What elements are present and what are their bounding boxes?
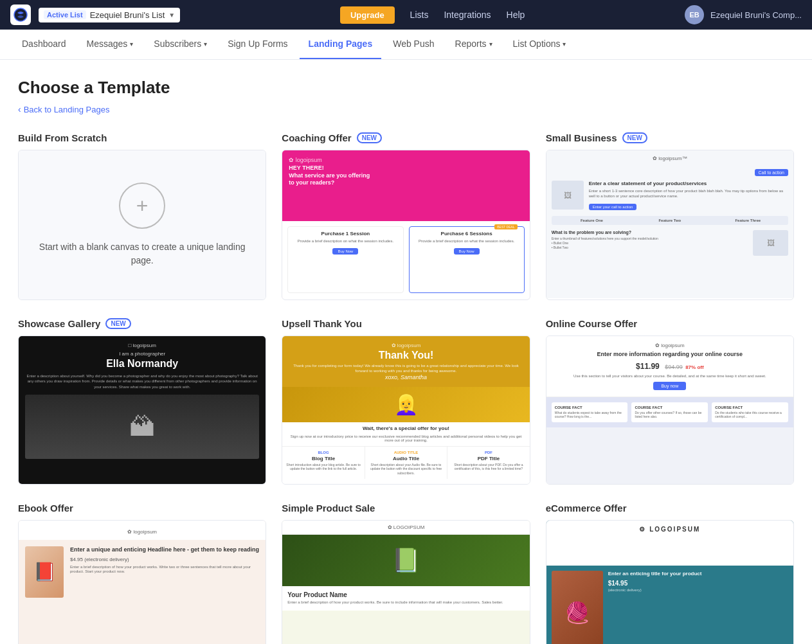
template-label-small-biz: Small Business NEW — [546, 132, 794, 143]
topnav-integrations[interactable]: Integrations — [444, 10, 491, 20]
ecommerce-bottom: 🧶 Enter an enticing title for your produ… — [546, 566, 793, 644]
product-image-area: 📗 — [282, 535, 529, 586]
back-arrow-icon: ‹ — [18, 104, 21, 114]
book-icon: 📕 — [25, 546, 64, 598]
course-fact-1: COURSE FACT What do students expect to t… — [552, 402, 628, 422]
template-label-coaching: Coaching Offer NEW — [282, 132, 530, 143]
course-orig-price: $94.99 — [665, 364, 683, 370]
template-card-coaching[interactable]: ✿ logoipsum HEY THERE!What service are y… — [282, 150, 530, 300]
ebook-logo: ✿ logoipsum — [127, 529, 157, 535]
course-facts: COURSE FACT What do students expect to t… — [546, 397, 793, 427]
coaching-session-6: BEST DEAL Purchase 6 Sessions Provide a … — [409, 226, 525, 293]
sb-feature-1: Feature One — [554, 219, 629, 222]
template-showcase-gallery: Showcase Gallery NEW □ logoipsum I am a … — [18, 318, 266, 485]
upsell-preview: ✿ logoipsum Thank You! Thank you for com… — [282, 336, 529, 484]
template-upsell: Upsell Thank You ✿ logoipsum Thank You! … — [282, 318, 530, 485]
template-card-course[interactable]: ✿ logoipsum Enter more information regar… — [546, 335, 794, 485]
course-discount: 87% off — [685, 364, 703, 370]
sb-problem-section: What is the problem you are solving? Ent… — [552, 230, 748, 256]
fact3-title: COURSE FACT — [715, 406, 785, 409]
nav-landing-pages[interactable]: Landing Pages — [300, 30, 382, 59]
sb-headline: Enter a clear statement of your product/… — [589, 181, 788, 187]
nav-list-options[interactable]: List Options ▾ — [504, 30, 575, 59]
messages-arrow: ▾ — [130, 40, 133, 48]
ebook-price: $4.95 (electronic delivery) — [70, 557, 259, 562]
product-top: ✿ LOGOIPSUM — [282, 521, 529, 535]
upgrade-button[interactable]: Upgrade — [340, 6, 395, 24]
upsell-woman-image: 👱‍♀️ — [282, 387, 529, 422]
blank-canvas-text: Start with a blank canvas to create a un… — [32, 240, 253, 267]
product-bottom: Your Product Name Enter a brief descript… — [282, 586, 529, 611]
upsell-resources: BLOG Blog Title Short introduction about… — [282, 446, 529, 479]
showcase-logo: □ logoipsum — [25, 343, 259, 348]
nav-signup-forms[interactable]: Sign Up Forms — [219, 30, 296, 59]
course-price-block: $11.99 $94.99 87% off — [553, 360, 787, 371]
showcase-inner: □ logoipsum I am a photographer Ella Nor… — [19, 336, 266, 465]
list-name: Ezequiel Bruni's List — [90, 10, 165, 20]
coaching-top: ✿ logoipsum HEY THERE!What service are y… — [282, 150, 529, 221]
product-name: Your Product Name — [287, 591, 524, 598]
template-card-upsell[interactable]: ✿ logoipsum Thank You! Thank you for com… — [282, 335, 530, 485]
back-link-label: Back to Landing Pages — [24, 105, 110, 114]
user-name: Ezequiel Bruni's Comp... — [710, 10, 802, 20]
ecommerce-top: ⚙ LOGOIPSUM — [546, 521, 793, 566]
template-ebook: Ebook Offer ✿ logoipsum 📕 Enter a unique… — [18, 503, 266, 644]
ebook-headline: Enter a unique and enticing Headline her… — [70, 546, 259, 554]
nav-web-push[interactable]: Web Push — [384, 30, 443, 59]
back-to-landing-pages[interactable]: ‹ Back to Landing Pages — [18, 104, 794, 114]
pdf-desc: Short description about your PDF. Do you… — [450, 463, 527, 471]
ebook-logo-area: ✿ logoipsum — [19, 521, 266, 540]
sb-logo: ✿ logoipsum™ — [552, 156, 788, 161]
template-card-ebook[interactable]: ✿ logoipsum 📕 Enter a unique and enticin… — [18, 520, 266, 644]
session6-btn: Buy Now — [454, 248, 480, 255]
course-fact-2: COURSE FACT Do you offer other courses? … — [631, 402, 708, 422]
ecommerce-headline: Enter an enticing title for your product — [608, 571, 788, 577]
topnav-lists[interactable]: Lists — [410, 10, 429, 20]
template-card-small-biz[interactable]: ✿ logoipsum™ Call to action 🖼 Enter a cl… — [546, 150, 794, 300]
session1-title: Purchase 1 Session — [321, 231, 370, 237]
topnav-help[interactable]: Help — [507, 10, 525, 20]
blog-desc: Short introduction about your blog artic… — [285, 463, 361, 471]
coaching-bottom: Purchase 1 Session Provide a brief descr… — [282, 221, 529, 298]
template-card-build-from-scratch[interactable]: + Start with a blank canvas to create a … — [18, 150, 266, 300]
sb-problem-title: What is the problem you are solving? — [552, 230, 748, 235]
upsell-special-offer: Wait, there's a special offer for you! — [282, 422, 529, 434]
list-selector-chevron: ▼ — [168, 12, 175, 19]
top-bar-left: Active List Ezequiel Bruni's List ▼ — [10, 4, 180, 25]
nav-dashboard[interactable]: Dashboard — [13, 30, 75, 59]
product-desc: Enter a brief description of how your pr… — [287, 600, 524, 605]
template-card-product[interactable]: ✿ LOGOIPSUM 📗 Your Product Name Enter a … — [282, 520, 530, 644]
upsell-msg: Thank you for completing our form today!… — [289, 363, 523, 374]
nav-messages[interactable]: Messages ▾ — [78, 30, 143, 59]
upsell-logo: ✿ logoipsum — [289, 343, 523, 348]
showcase-subtitle: I am a photographer — [25, 351, 259, 357]
reports-arrow: ▾ — [489, 40, 492, 48]
sb-top-section: 🖼 Enter a clear statement of your produc… — [552, 181, 788, 211]
upsell-signature: xoxo, Samantha — [289, 374, 523, 380]
coaching-session-1: Purchase 1 Session Provide a brief descr… — [287, 226, 403, 293]
nav-subscribers[interactable]: Subscribers ▾ — [145, 30, 216, 59]
best-deal-badge: BEST DEAL — [494, 224, 517, 229]
list-selector[interactable]: Active List Ezequiel Bruni's List ▼ — [39, 8, 180, 22]
course-logo: ✿ logoipsum — [553, 343, 787, 348]
ebook-preview: ✿ logoipsum 📕 Enter a unique and enticin… — [19, 521, 266, 644]
top-bar-center: Upgrade Lists Integrations Help — [340, 6, 525, 24]
subscribers-arrow: ▾ — [204, 40, 207, 48]
new-badge-showcase: NEW — [105, 318, 131, 329]
ebook-inner: 📕 Enter a unique and enticing Headline h… — [19, 540, 266, 644]
template-card-ecommerce[interactable]: ⚙ LOGOIPSUM 🧶 Enter an enticing title fo… — [546, 520, 794, 644]
avatar: EB — [685, 5, 704, 24]
template-ecommerce: eCommerce Offer ⚙ LOGOIPSUM 🧶 Enter an e… — [546, 503, 794, 644]
product-image-icon: 📗 — [392, 547, 420, 574]
fact1-text: What do students expect to take away fro… — [555, 411, 625, 419]
sb-features: Feature One Feature Two Feature Three — [552, 216, 788, 225]
pdf-tag: PDF — [450, 451, 527, 454]
template-label-build-from-scratch: Build From Scratch — [18, 132, 266, 143]
fact3-text: Do the students who take this course rec… — [715, 411, 785, 419]
template-product: Simple Product Sale ✿ LOGOIPSUM 📗 Your P… — [282, 503, 530, 644]
template-card-showcase[interactable]: □ logoipsum I am a photographer Ella Nor… — [18, 335, 266, 485]
top-bar: Active List Ezequiel Bruni's List ▼ Upgr… — [0, 0, 812, 30]
logo-icon[interactable] — [10, 4, 31, 25]
sb-bottom-image: 🖼 — [753, 230, 788, 256]
nav-reports[interactable]: Reports ▾ — [446, 30, 501, 59]
